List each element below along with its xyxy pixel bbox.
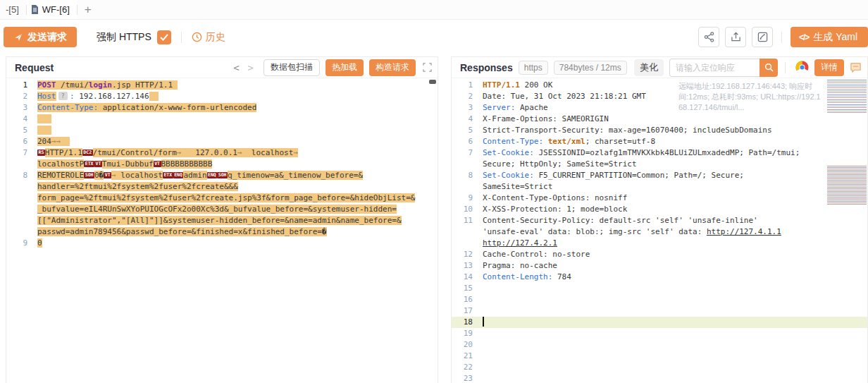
code-line[interactable]: 7Set-Cookie: JSESSIONID=ozlafg1mTMVKXkbk… xyxy=(452,147,867,159)
tab-wf-5-label: -[5] xyxy=(6,4,19,15)
request-title: Request xyxy=(15,62,54,73)
generate-yaml-label: 生成 Yaml xyxy=(813,31,857,44)
code-line[interactable]: 8Set-Cookie: F5_CURRENT_PARTITION=Common… xyxy=(452,170,867,181)
code-line[interactable]: handler=%2ftmui%2fsystem%2fuser%2fcreate… xyxy=(6,181,438,193)
code-line[interactable]: 2Host?: 192.168.127.146 xyxy=(6,91,438,102)
control-char-badge: ENQ xyxy=(173,172,184,178)
code-line[interactable]: 6204→→ xyxy=(6,136,438,147)
code-line[interactable]: 1POST /tmui/login.jsp HTTP/1.1 xyxy=(6,80,438,91)
chrome-icon[interactable] xyxy=(795,61,809,74)
toolbar-divider xyxy=(781,32,782,43)
history-button[interactable]: 历史 xyxy=(192,31,225,44)
share-icon xyxy=(704,32,714,42)
code-line[interactable]: 11Content-Security-Policy: default-src '… xyxy=(452,215,867,226)
send-request-button[interactable]: 发送请求 xyxy=(4,27,77,47)
tab-wf-5[interactable]: -[5] xyxy=(1,0,26,19)
add-tab-button[interactable]: + xyxy=(78,1,99,19)
document-icon xyxy=(31,5,39,14)
code-line[interactable]: 17 xyxy=(452,305,867,317)
tab-wf-6[interactable]: WF-[6] xyxy=(27,0,77,19)
code-line[interactable]: 5Strict-Transport-Security: max-age=1607… xyxy=(452,125,867,136)
code-line[interactable]: _bufvalue=eIL4RUnSwXYoPUIOGcOFx2o00Xc%3d… xyxy=(6,204,438,215)
history-label: 历史 xyxy=(206,31,225,44)
history-prev-button[interactable]: < xyxy=(229,62,243,73)
generate-yaml-button[interactable]: </> 生成 Yaml xyxy=(790,27,868,47)
request-panel: Request < > 数据包扫描 热加载 构造请求 1POST /tmui/l… xyxy=(6,56,438,383)
code-line[interactable]: 10X-XSS-Protection: 1; mode=block xyxy=(452,204,867,215)
minimap[interactable] xyxy=(827,166,867,205)
locate-response-search xyxy=(669,59,778,77)
response-meta-overlay: 远端地址:192.168.127.146:443; 响应时间:12ms; 总耗时… xyxy=(678,81,822,113)
code-line[interactable]: passwd=admin789456&passwd_before=&finish… xyxy=(6,226,438,238)
history-next-button[interactable]: > xyxy=(244,62,258,73)
code-line[interactable]: 4X-Frame-Options: SAMEORIGIN xyxy=(452,114,867,125)
fullscreen-icon[interactable] xyxy=(423,63,432,72)
code-line[interactable]: 23 xyxy=(452,373,867,383)
response-editor[interactable]: 远端地址:192.168.127.146:443; 响应时间:12ms; 总耗时… xyxy=(452,78,867,383)
tab-bar: -[5] WF-[6] + xyxy=(0,0,868,20)
code-line[interactable]: 16 xyxy=(452,294,867,305)
code-line[interactable]: 21 xyxy=(452,351,867,362)
search-icon xyxy=(764,63,774,72)
code-line[interactable]: 13Pragma: no-cache xyxy=(452,260,867,272)
code-line[interactable]: 5 xyxy=(6,125,438,136)
control-char-badge: SOH xyxy=(217,172,228,178)
code-line[interactable]: 9X-Content-Type-Options: nosniff xyxy=(452,193,867,204)
beautify-button[interactable]: 美化 xyxy=(634,59,664,76)
responses-title: Responses xyxy=(460,62,513,73)
minimap[interactable] xyxy=(827,80,867,114)
send-icon xyxy=(13,32,23,42)
code-line[interactable]: http://127.4.2.1 xyxy=(452,238,867,249)
export-icon xyxy=(731,32,741,42)
code-line[interactable]: 3Content-Type: application/x-www-form-ur… xyxy=(6,102,438,114)
toolbar-right-group: </> 生成 Yaml xyxy=(698,27,868,47)
code-line[interactable]: 90 xyxy=(6,238,438,249)
search-button[interactable] xyxy=(760,59,778,77)
code-line[interactable]: [["Administrator","[All]"]]&systemuser-h… xyxy=(6,215,438,226)
control-char-badge: ETX xyxy=(163,172,173,178)
code-line[interactable]: 19 xyxy=(452,328,867,339)
control-char-badge: ENQ xyxy=(207,172,218,178)
share-button[interactable] xyxy=(698,27,719,47)
request-editor[interactable]: 1POST /tmui/login.jsp HTTP/1.1 2Host?: 1… xyxy=(6,78,438,383)
text-cursor xyxy=(483,317,484,327)
code-line[interactable]: SameSite=Strict xyxy=(452,181,867,193)
detail-button[interactable]: 详情 xyxy=(814,59,844,76)
send-request-label: 发送请求 xyxy=(27,31,67,44)
build-request-button[interactable]: 构造请求 xyxy=(369,59,416,76)
control-char-badge: VT xyxy=(94,161,102,167)
code-line[interactable]: 18 xyxy=(452,317,867,328)
feedback-bubble-icon[interactable] xyxy=(850,62,862,73)
force-https-checkbox[interactable] xyxy=(157,30,171,44)
code-line[interactable]: 8REMOTEROLESOH0�VT→ localhostETXENQadmin… xyxy=(6,170,438,181)
code-line[interactable]: 4 xyxy=(6,114,438,125)
hot-reload-button[interactable]: 热加载 xyxy=(326,59,364,76)
control-char-badge: DC2 xyxy=(82,150,93,156)
code-line[interactable]: 'unsafe-eval' data: blob:; img-src 'self… xyxy=(452,226,867,238)
code-line[interactable]: 15 xyxy=(452,283,867,294)
request-scrollbar-thumb[interactable] xyxy=(429,80,436,84)
code-line[interactable]: localhostPETXVTTmui-DubbufVTBBBBBBBBBBB xyxy=(6,159,438,170)
force-https-label: 强制 HTTPS xyxy=(97,31,151,44)
code-line[interactable]: 6Content-Type: text/xml; charset=utf-8 xyxy=(452,136,867,147)
code-line[interactable]: Secure; HttpOnly; SameSite=Strict xyxy=(452,159,867,170)
code-line[interactable]: 7RSHTTP/1.1DC2/tmui/Control/form→ 127.0.… xyxy=(6,147,438,159)
protocol-badge: https xyxy=(519,61,548,75)
export-button[interactable] xyxy=(725,27,746,47)
code-line[interactable]: 14Content-Length: 784 xyxy=(452,272,867,283)
edit-button[interactable] xyxy=(752,27,773,47)
toolbar-divider xyxy=(181,32,182,43)
header-divider xyxy=(785,62,786,73)
code-line[interactable]: 22 xyxy=(452,362,867,373)
webfuzzer-window: -[5] WF-[6] + 发送请求 强制 HTTPS xyxy=(0,0,868,383)
code-line[interactable]: 12Cache-Control: no-store xyxy=(452,249,867,260)
control-char-badge: ETX xyxy=(84,161,94,167)
response-panel: Responses https 784bytes / 12ms 美化 详情 远端… xyxy=(451,56,868,383)
code-line[interactable]: 20 xyxy=(452,339,867,351)
code-line[interactable]: form_page=%2ftmui%2fsystem%2fuser%2fcrea… xyxy=(6,193,438,204)
fuzzer-toolbar: 发送请求 强制 HTTPS 历史 xyxy=(0,20,868,54)
clock-icon xyxy=(192,32,202,42)
search-input[interactable] xyxy=(669,59,760,77)
control-char-badge: VT xyxy=(104,172,111,178)
packet-scan-button[interactable]: 数据包扫描 xyxy=(264,59,320,76)
